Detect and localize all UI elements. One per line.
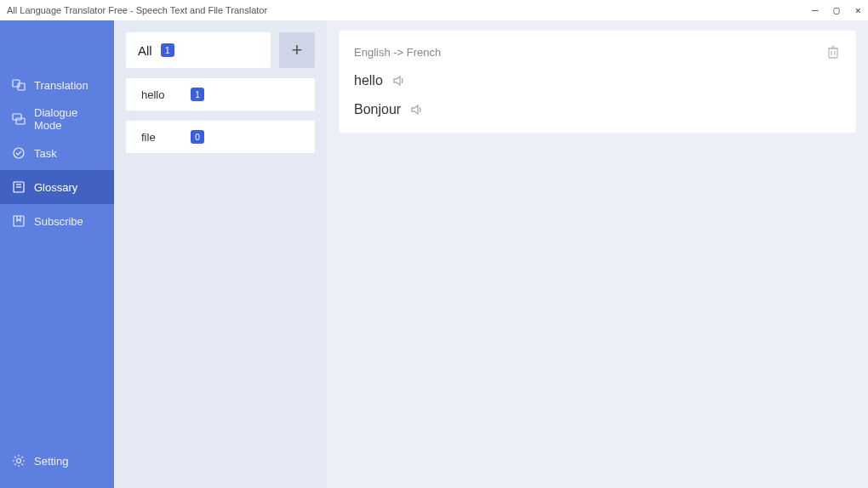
speaker-icon <box>391 73 407 88</box>
sidebar: Translation Dialogue Mode <box>0 20 114 488</box>
sidebar-item-translation[interactable]: Translation <box>0 68 114 102</box>
glossary-entry[interactable]: hello 1 <box>126 78 315 111</box>
window-title: All Language Translator Free - Speech Te… <box>7 5 812 15</box>
sidebar-item-subscribe[interactable]: Subscribe <box>0 204 114 238</box>
target-word: Bonjour <box>354 102 401 117</box>
sidebar-item-setting[interactable]: Setting <box>0 444 114 478</box>
book-icon <box>12 180 26 194</box>
translation-detail-card: English -> French hello <box>339 31 856 133</box>
svg-rect-8 <box>14 216 24 226</box>
close-button[interactable]: ✕ <box>855 4 861 16</box>
glossary-entry-count-badge: 1 <box>191 88 204 101</box>
sidebar-item-task[interactable]: Task <box>0 136 114 170</box>
sidebar-item-label: Task <box>34 147 57 160</box>
detail-panel: English -> French hello <box>327 20 868 488</box>
sidebar-item-label: Glossary <box>34 181 77 194</box>
window-controls: — ▢ ✕ <box>812 4 861 16</box>
language-pair-label: English -> French <box>354 46 441 59</box>
svg-rect-10 <box>829 48 837 58</box>
delete-button[interactable] <box>825 44 841 60</box>
glossary-all-label: All <box>138 43 152 58</box>
svg-point-9 <box>17 459 21 463</box>
glossary-entry[interactable]: file 0 <box>126 121 315 153</box>
source-word: hello <box>354 73 383 88</box>
play-target-button[interactable] <box>409 102 425 117</box>
svg-rect-3 <box>16 118 25 124</box>
svg-rect-2 <box>13 114 21 120</box>
speaker-icon <box>409 102 425 117</box>
glossary-entry-count-badge: 0 <box>191 130 204 144</box>
sidebar-item-label: Setting <box>34 455 68 468</box>
glossary-all-count-badge: 1 <box>161 43 174 57</box>
check-circle-icon <box>12 146 26 160</box>
sidebar-item-dialogue[interactable]: Dialogue Mode <box>0 102 114 136</box>
sidebar-item-label: Subscribe <box>34 215 83 228</box>
glossary-entry-name: file <box>141 131 175 144</box>
sidebar-item-glossary[interactable]: Glossary <box>0 170 114 204</box>
minimize-button[interactable]: — <box>812 4 818 16</box>
svg-point-4 <box>14 148 24 158</box>
sidebar-item-label: Dialogue Mode <box>34 106 102 132</box>
translate-icon <box>12 78 26 92</box>
glossary-list-panel: All 1 + hello 1 file 0 <box>114 20 327 488</box>
glossary-entry-name: hello <box>141 88 175 101</box>
add-glossary-button[interactable]: + <box>279 32 315 68</box>
bookmark-icon <box>12 214 26 228</box>
play-source-button[interactable] <box>391 73 407 88</box>
titlebar: All Language Translator Free - Speech Te… <box>0 0 868 20</box>
trash-icon <box>825 44 841 60</box>
sidebar-item-label: Translation <box>34 79 89 92</box>
chat-icon <box>12 112 26 126</box>
glossary-all-card[interactable]: All 1 <box>126 32 271 68</box>
plus-icon: + <box>292 39 303 61</box>
maximize-button[interactable]: ▢ <box>834 4 840 16</box>
gear-icon <box>12 454 26 468</box>
